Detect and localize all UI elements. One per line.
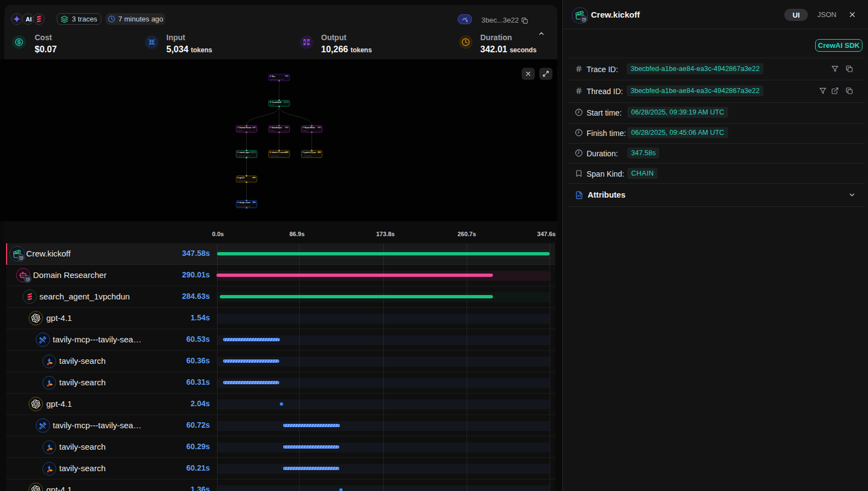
svg-text:~0.0s unknown: ~0.0s unknown	[270, 155, 279, 157]
svg-text:Crew.kickoff: Crew.kickoff	[272, 101, 281, 103]
svg-text:describe to summariz: describe to summariz	[237, 206, 251, 208]
svg-text:~0.0s unknown: ~0.0s unknown	[237, 180, 247, 182]
svg-text:~0.0s unknown: ~0.0s unknown	[302, 155, 312, 157]
svg-text:gemini-2.5-pro: gemini-2.5-pro	[305, 151, 316, 154]
svg-text:design_resear: design_resear	[239, 201, 251, 204]
svg-text:Domain Resear: Domain Resear	[239, 127, 252, 129]
svg-text:Data Analyst: Data Analyst	[272, 127, 281, 129]
svg-text:1 agent: 1 agent	[237, 130, 242, 132]
svg-text:untitled? no descr pr: untitled? no descr pr	[237, 155, 250, 157]
svg-text:Report Writer: Report Writer	[305, 127, 316, 129]
svg-text:3 tasks: 3 tasks	[270, 104, 275, 106]
svg-text:search_agen: search_agen	[239, 151, 249, 154]
svg-text:Run: Run	[272, 75, 275, 78]
svg-text:1 agent: 1 agent	[270, 130, 275, 132]
svg-text:e0ba55-bb-0b-4b-cc3c: e0ba55-bb-0b-4b-cc3c	[270, 79, 284, 80]
svg-text:gpt-4.1: gpt-4.1	[239, 177, 245, 179]
svg-text:1 agent: 1 agent	[302, 130, 307, 132]
svg-text:claude-3.7-sonnet: claude-3.7-sonnet	[272, 151, 286, 154]
